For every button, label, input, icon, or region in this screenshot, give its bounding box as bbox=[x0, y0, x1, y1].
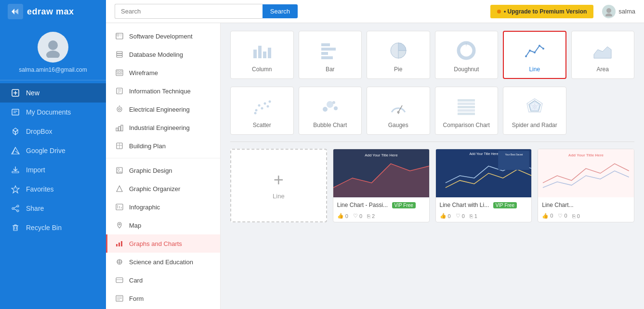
submenu-information-technique-label: Information Technique bbox=[129, 88, 191, 95]
svg-point-19 bbox=[12, 207, 14, 209]
chart-type-scatter[interactable]: Scatter bbox=[230, 87, 294, 135]
svg-rect-52 bbox=[121, 125, 123, 131]
sidebar-item-google-drive[interactable]: Google Drive bbox=[0, 141, 106, 160]
chart-type-pie[interactable]: Pie bbox=[367, 31, 430, 79]
sidebar-nav: New My Documents DropBox Google Drive Im… bbox=[0, 80, 106, 309]
submenu-item-graphic-organizer[interactable]: Graphic Organizer bbox=[106, 180, 220, 198]
svg-text:Your Best Secret: Your Best Secret bbox=[505, 154, 523, 156]
template-hearts-2: ♡ 0 bbox=[456, 213, 465, 219]
submenu-item-graphic-design[interactable]: Graphic Design bbox=[106, 161, 220, 180]
card-icon bbox=[115, 275, 124, 285]
chart-type-comparison[interactable]: Comparison Chart bbox=[435, 87, 499, 135]
svg-point-96 bbox=[266, 105, 269, 108]
sidebar-item-favorites[interactable]: Favorites bbox=[0, 180, 106, 199]
search-input[interactable] bbox=[115, 4, 263, 19]
content: Software Development Database Modeling W… bbox=[106, 23, 644, 309]
bar-label: Bar bbox=[326, 66, 335, 73]
submenu-item-graphs-and-charts[interactable]: Graphs and Charts bbox=[106, 234, 220, 253]
svg-rect-51 bbox=[118, 127, 120, 131]
chart-type-bubble[interactable]: Bubble Chart bbox=[299, 87, 362, 135]
svg-rect-79 bbox=[268, 48, 271, 58]
chart-type-doughnut[interactable]: Doughnut bbox=[435, 31, 499, 79]
sidebar-item-share[interactable]: Share bbox=[0, 199, 106, 218]
line-chart-template-3[interactable]: Add Your Title Here Line Chart... 👍 0 ♡ … bbox=[538, 149, 634, 222]
comparison-chart-icon bbox=[455, 95, 478, 118]
template-badge-2: VIP Free bbox=[493, 202, 517, 208]
line-chart-template-1[interactable]: Add Your Title Here Line Chart - Passi..… bbox=[333, 149, 430, 222]
submenu-item-infographic[interactable]: Infographic bbox=[106, 198, 220, 216]
submenu-item-science-education[interactable]: Science and Education bbox=[106, 253, 220, 271]
submenu-item-map[interactable]: Map bbox=[106, 216, 220, 234]
user-info[interactable]: salma bbox=[602, 5, 635, 18]
share-icon bbox=[11, 204, 20, 213]
sidebar-item-my-documents[interactable]: My Documents bbox=[0, 103, 106, 122]
submenu-card-label: Card bbox=[129, 277, 143, 284]
chart-type-spider-radar[interactable]: Spider and Radar bbox=[503, 87, 566, 135]
sidebar-item-new[interactable]: New bbox=[0, 83, 106, 103]
form-icon bbox=[115, 294, 124, 303]
new-icon bbox=[11, 88, 20, 98]
search-button[interactable]: Search bbox=[263, 4, 298, 18]
sidebar-user-section: salma.amin16@gmail.com bbox=[0, 23, 106, 80]
sidebar-item-recycle-bin[interactable]: Recycle Bin bbox=[0, 218, 106, 237]
svg-rect-61 bbox=[119, 206, 120, 208]
template-stats-3: 👍 0 ♡ 0 ⎘ 0 bbox=[538, 211, 634, 222]
template-copies-2: ⎘ 1 bbox=[470, 213, 477, 219]
template-title-3: Line Chart... bbox=[542, 202, 573, 208]
database-modeling-icon bbox=[115, 50, 124, 59]
submenu-item-card[interactable]: Card bbox=[106, 271, 220, 289]
template-thumb-1: Add Your Title Here bbox=[333, 149, 429, 197]
user-avatar-icon bbox=[602, 5, 616, 18]
submenu-item-wireframe[interactable]: Wireframe bbox=[106, 64, 220, 82]
svg-rect-35 bbox=[120, 36, 122, 36]
submenu-wireframe-label: Wireframe bbox=[129, 69, 158, 77]
svg-point-95 bbox=[263, 103, 266, 105]
chart-type-gauges[interactable]: ● Gauges bbox=[367, 87, 430, 135]
sidebar-item-dropbox[interactable]: DropBox bbox=[0, 122, 106, 141]
graphs-and-charts-icon bbox=[115, 239, 124, 248]
svg-rect-110 bbox=[458, 113, 475, 115]
bubble-chart-icon bbox=[318, 95, 342, 118]
industrial-engineering-icon bbox=[115, 123, 124, 132]
scatter-chart-icon bbox=[250, 95, 274, 118]
header: Search • Upgrade to Premium Version salm… bbox=[106, 0, 644, 23]
line-chart-icon bbox=[523, 39, 546, 62]
avatar bbox=[38, 32, 68, 63]
svg-rect-50 bbox=[116, 128, 118, 131]
submenu-item-database-modeling[interactable]: Database Modeling bbox=[106, 45, 220, 64]
upgrade-button[interactable]: • Upgrade to Premium Version bbox=[490, 5, 593, 18]
submenu-item-industrial-engineering[interactable]: Industrial Engineering bbox=[106, 118, 220, 137]
svg-text:Add Your Title Here: Add Your Title Here bbox=[469, 152, 498, 155]
doughnut-label: Doughnut bbox=[454, 66, 479, 73]
map-icon bbox=[115, 220, 124, 230]
chart-type-area[interactable]: Area bbox=[571, 31, 635, 79]
submenu: Software Development Database Modeling W… bbox=[106, 23, 221, 309]
electrical-engineering-icon bbox=[115, 104, 124, 114]
chart-type-bar[interactable]: Bar bbox=[299, 31, 362, 79]
chart-type-column[interactable]: Column bbox=[230, 31, 294, 79]
template-likes-2: 👍 0 bbox=[440, 213, 451, 219]
submenu-item-building-plan[interactable]: Building Plan bbox=[106, 137, 220, 155]
pie-label: Pie bbox=[394, 66, 402, 73]
submenu-item-form[interactable]: Form bbox=[106, 289, 220, 308]
templates-grid: + Line Add Your Title Here Line Chart - … bbox=[230, 149, 634, 222]
svg-point-63 bbox=[119, 224, 120, 225]
app-name: edraw max bbox=[27, 7, 74, 17]
sidebar-item-import[interactable]: Import bbox=[0, 160, 106, 180]
svg-rect-65 bbox=[118, 243, 120, 246]
template-copies-1: ⎘ 2 bbox=[367, 213, 375, 219]
my-documents-icon bbox=[11, 107, 20, 117]
submenu-divider bbox=[106, 158, 220, 158]
favorites-icon bbox=[11, 184, 20, 194]
svg-rect-106 bbox=[458, 99, 475, 102]
submenu-item-electrical-engineering[interactable]: Electrical Engineering bbox=[106, 100, 220, 118]
line-chart-template-2[interactable]: Add Your Title Here Your Best Secret Lin… bbox=[435, 149, 532, 222]
chart-type-line[interactable]: Line bbox=[503, 31, 566, 79]
submenu-science-education-label: Science and Education bbox=[129, 258, 193, 266]
username-label: salma bbox=[618, 8, 635, 15]
submenu-item-information-technique[interactable]: Information Technique bbox=[106, 82, 220, 100]
submenu-item-software-dev[interactable]: Software Development bbox=[106, 27, 220, 45]
new-line-template-card[interactable]: + Line bbox=[230, 149, 327, 222]
svg-rect-40 bbox=[117, 71, 119, 72]
svg-point-97 bbox=[268, 101, 271, 103]
